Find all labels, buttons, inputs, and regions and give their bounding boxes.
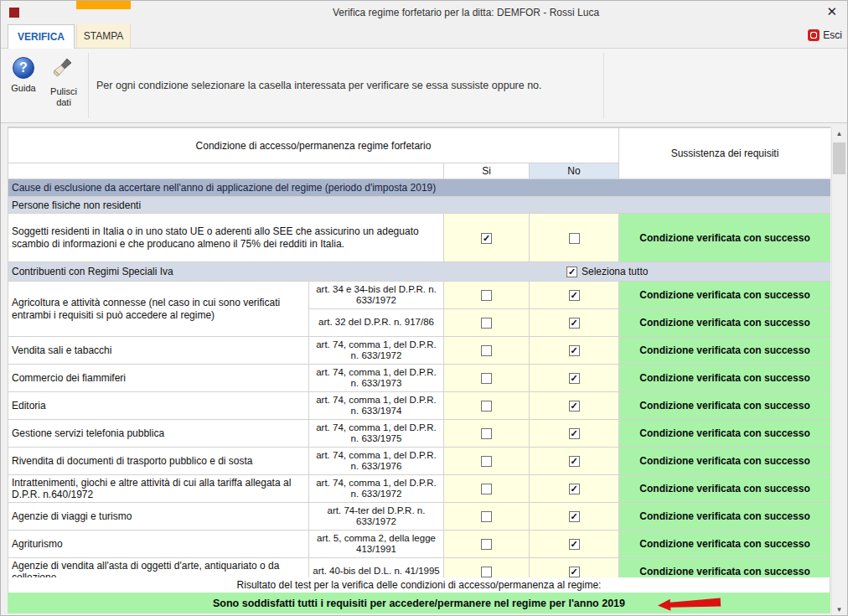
seleziona-tutto-checkbox[interactable]: ✓ xyxy=(566,267,577,277)
esci-button[interactable]: Esci xyxy=(808,29,842,41)
pulisci-dati-button[interactable]: Pulisci dati xyxy=(44,54,83,119)
column-header-si: Si xyxy=(444,163,530,179)
si-checkbox[interactable] xyxy=(481,290,492,301)
window-title: Verifica regime forfetario per la ditta:… xyxy=(85,7,847,18)
si-checkbox-cell xyxy=(444,337,530,365)
si-checkbox[interactable] xyxy=(481,428,492,439)
si-checkbox-cell xyxy=(444,420,530,448)
condition-result: Condizione verificata con successo xyxy=(619,337,830,365)
toolbar-separator xyxy=(603,53,604,118)
condition-article: art. 74, comma 1, del D.P.R. n. 633/1972 xyxy=(309,337,444,365)
title-bar: Verifica regime forfetario per la ditta:… xyxy=(1,1,847,24)
table-row: Agenzie di vendita all'asta di oggetti d… xyxy=(8,558,831,578)
result-banner: Sono soddisfatti tutti i requisiti per a… xyxy=(8,593,830,613)
si-checkbox[interactable] xyxy=(481,539,492,550)
condition-result: Condizione verificata con successo xyxy=(619,420,830,448)
toolbar: ? Guida Pulisci dati Per ogni condizione… xyxy=(1,49,847,123)
condition-result: Condizione verificata con successo xyxy=(619,282,830,309)
si-checkbox[interactable] xyxy=(481,511,492,522)
no-checkbox[interactable]: ✓ xyxy=(569,539,580,550)
si-checkbox[interactable] xyxy=(481,318,492,329)
app-icon xyxy=(9,8,19,18)
no-checkbox[interactable] xyxy=(569,233,580,244)
table-row: Agriturismoart. 5, comma 2, della legge … xyxy=(8,531,831,558)
guida-button[interactable]: ? Guida xyxy=(4,54,43,119)
si-checkbox[interactable] xyxy=(481,345,492,356)
table-row: Soggetti residenti in Italia o in uno st… xyxy=(8,214,831,262)
conditions-table-container: Condizione di accesso/permanenza regime … xyxy=(8,127,830,577)
condition-article: art. 74, comma 1, del D.P.R. n. 633/1975 xyxy=(309,420,444,448)
si-checkbox-cell xyxy=(444,475,530,503)
table-row: Vendita sali e tabacchiart. 74, comma 1,… xyxy=(8,337,831,365)
column-header-no: No xyxy=(530,163,619,179)
result-label: Risultato del test per la verifica delle… xyxy=(8,577,830,593)
condition-article: art. 34 e 34-bis del D.P.R. n. 633/1972 xyxy=(309,282,444,309)
section-persone-fisiche-label: Persone fisiche non residenti xyxy=(8,197,831,214)
si-checkbox[interactable] xyxy=(481,373,492,384)
condition-article: art. 74, comma 1, del D.P.R. n. 633/1976 xyxy=(309,448,444,475)
si-checkbox[interactable]: ✓ xyxy=(481,233,492,244)
no-checkbox-cell: ✓ xyxy=(530,448,619,475)
section-persone-fisiche: Persone fisiche non residenti xyxy=(8,197,831,214)
si-checkbox-cell xyxy=(444,503,530,531)
table-header-sussistenza: Sussistenza dei requisiti xyxy=(619,128,830,179)
condition-result: Condizione verificata con successo xyxy=(619,365,830,392)
scroll-up-icon[interactable]: ▲ xyxy=(832,127,846,141)
esci-label: Esci xyxy=(823,29,842,41)
no-checkbox[interactable]: ✓ xyxy=(569,484,580,494)
no-checkbox[interactable]: ✓ xyxy=(569,401,580,412)
no-checkbox[interactable]: ✓ xyxy=(569,345,580,356)
table-header-empty xyxy=(8,163,444,179)
no-checkbox-cell: ✓ xyxy=(530,309,619,337)
result-text: Sono soddisfatti tutti i requisiti per a… xyxy=(213,598,625,609)
condition-article: art. 74-ter del D.P.R. n. 633/1972 xyxy=(309,503,444,531)
condition-result: Condizione verificata con successo xyxy=(619,475,830,503)
section-regimi-speciali: Contribuenti con Regimi Speciali Iva ✓ S… xyxy=(8,262,831,282)
si-checkbox[interactable] xyxy=(481,456,492,467)
esci-power-icon xyxy=(808,29,820,41)
tab-verifica[interactable]: VERIFICA xyxy=(8,24,75,49)
no-checkbox[interactable]: ✓ xyxy=(569,373,580,384)
condition-description: Vendita sali e tabacchi xyxy=(8,337,309,365)
tab-stampa[interactable]: STAMPA xyxy=(76,24,131,49)
si-checkbox[interactable] xyxy=(481,567,492,577)
seleziona-tutto[interactable]: ✓ Seleziona tutto xyxy=(566,262,648,281)
condition-article: art. 40-bis del D.L. n. 41/1995 xyxy=(309,558,444,578)
no-checkbox[interactable]: ✓ xyxy=(569,511,580,522)
guida-label: Guida xyxy=(5,83,42,94)
condition-description: Editoria xyxy=(8,392,309,420)
no-checkbox[interactable]: ✓ xyxy=(569,318,580,329)
condition-result: Condizione verificata con successo xyxy=(619,214,830,262)
si-checkbox[interactable] xyxy=(481,401,492,412)
no-checkbox-cell: ✓ xyxy=(530,337,619,365)
si-checkbox-cell xyxy=(444,365,530,392)
table-row: Rivendita di documenti di trasporto pubb… xyxy=(8,448,831,475)
si-checkbox-cell xyxy=(444,558,530,578)
si-checkbox-cell xyxy=(444,392,530,420)
section-cause-esclusione-label: Cause di esclusione da accertare nell'an… xyxy=(8,179,831,197)
scrollbar-thumb[interactable] xyxy=(833,142,845,174)
scroll-down-icon[interactable]: ▼ xyxy=(832,603,846,616)
table-header-condizione: Condizione di accesso/permanenza regime … xyxy=(8,128,619,163)
close-icon[interactable]: ✕ xyxy=(826,4,837,19)
no-checkbox[interactable]: ✓ xyxy=(569,290,580,301)
si-checkbox[interactable] xyxy=(481,484,492,494)
conditions-rows: Cause di esclusione da accertare nell'an… xyxy=(8,179,831,578)
no-checkbox[interactable]: ✓ xyxy=(569,456,580,467)
toolbar-instruction: Per ogni condizione selezionare la casel… xyxy=(96,49,599,122)
conditions-table: Condizione di accesso/permanenza regime … xyxy=(8,127,830,577)
vertical-scrollbar[interactable]: ▲ ▼ xyxy=(831,127,845,616)
condition-description: Agriturismo xyxy=(8,531,309,558)
no-checkbox[interactable]: ✓ xyxy=(569,567,580,577)
condition-result: Condizione verificata con successo xyxy=(619,503,830,531)
condition-article: art. 32 del D.P.R. n. 917/86 xyxy=(309,309,444,337)
condition-description: Agricoltura e attività connesse (nel cas… xyxy=(8,282,309,337)
condition-description: Gestione servizi telefonia pubblica xyxy=(8,420,309,448)
si-checkbox-cell xyxy=(444,282,530,309)
toolbar-separator xyxy=(88,53,89,118)
si-checkbox-cell xyxy=(444,531,530,558)
no-checkbox[interactable]: ✓ xyxy=(569,428,580,439)
condition-article: art. 74, comma 1, del D.P.R. n. 633/1973 xyxy=(309,365,444,392)
table-row: Intrattenimenti, giochi e altre attività… xyxy=(8,475,831,503)
section-cause-esclusione: Cause di esclusione da accertare nell'an… xyxy=(8,179,831,197)
